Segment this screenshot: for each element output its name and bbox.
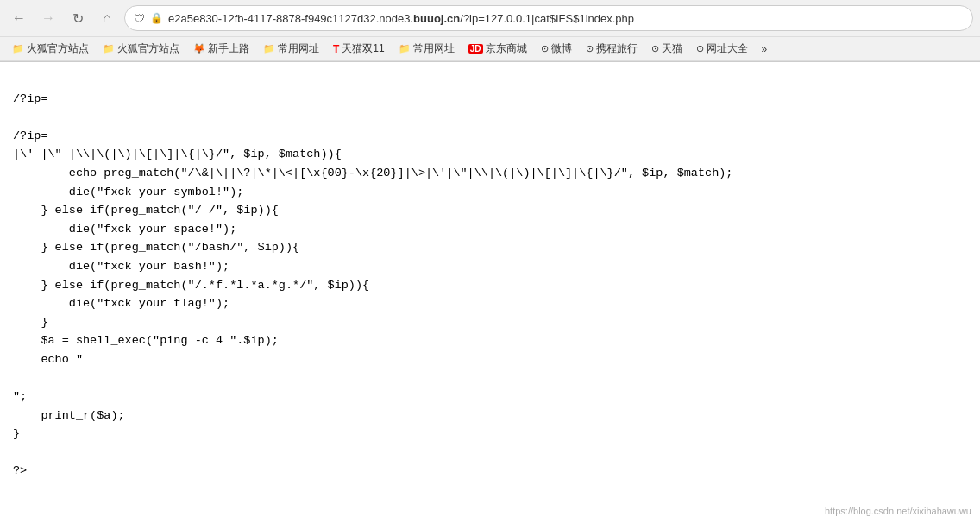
bookmark-firefox-icon: 🦊	[193, 43, 205, 54]
line-13: $a = shell_exec("ping -c 4 ".$ip);	[13, 334, 279, 347]
bookmark-folder-icon: 📁	[263, 43, 275, 54]
bookmark-label: 京东商城	[486, 41, 527, 56]
line-8: } else if(preg_match("/bash/", $ip)){	[13, 241, 299, 254]
bookmark-jd-icon: JD	[468, 44, 483, 54]
page-content: /?ip= /?ip= |\' |\" |\\|\(|\)|\[|\]|\{|\…	[0, 62, 980, 523]
home-button[interactable]: ⌂	[95, 6, 119, 30]
line-7: die("fxck your space!");	[13, 223, 236, 236]
bookmark-item[interactable]: 📁 常用网址	[258, 40, 324, 58]
bookmark-item[interactable]: 📁 火狐官方站点	[7, 40, 94, 58]
bookmark-weibo-icon: ⊙	[541, 43, 549, 54]
bookmark-item[interactable]: JD 京东商城	[463, 40, 532, 58]
bookmark-folder-icon: 📁	[399, 43, 411, 54]
line-11: die("fxck your flag!");	[13, 297, 229, 310]
watermark: https://blog.csdn.net/xixihahawuwu	[825, 506, 971, 516]
bookmark-ctrip-icon: ⊙	[586, 43, 594, 54]
bookmark-item[interactable]: ⊙ 微博	[536, 40, 577, 58]
bookmark-folder-icon: 📁	[12, 43, 24, 54]
bookmark-label: 常用网址	[413, 41, 455, 56]
security-icon: 🛡	[134, 12, 145, 25]
line-17: }	[13, 427, 20, 440]
bookmark-label: 火狐官方站点	[27, 41, 89, 56]
bookmark-label: 天猫双11	[342, 41, 384, 56]
line-10: } else if(preg_match("/.*f.*l.*a.*g.*/",…	[13, 279, 369, 292]
browser-chrome: ← → ↻ ⌂ 🛡 🔒 e2a5e830-12fb-4117-8878-f949…	[0, 0, 980, 62]
line-4: echo preg_match("/\&|\||\?|\*|\<|[\x{00}…	[13, 167, 732, 180]
bookmark-item[interactable]: T 天猫双11	[328, 40, 390, 58]
bookmark-label: 常用网址	[278, 41, 319, 56]
bookmark-label: 火狐官方站点	[117, 41, 179, 56]
bookmark-label: 携程旅行	[596, 41, 638, 56]
bookmark-folder-icon: 📁	[103, 43, 115, 54]
bookmark-tmall2-icon: ⊙	[651, 43, 659, 54]
line-12: }	[13, 316, 48, 329]
line-18: ?>	[13, 464, 27, 477]
line-5: die("fxck your symbol!");	[13, 186, 243, 198]
bookmark-label: 微博	[551, 41, 572, 56]
bookmark-tmall-icon: T	[333, 43, 339, 55]
line-14: echo "	[13, 353, 83, 366]
nav-bar: ← → ↻ ⌂ 🛡 🔒 e2a5e830-12fb-4117-8878-f949…	[0, 0, 980, 37]
line-16: print_r($a);	[13, 409, 125, 422]
bookmark-label: 新手上路	[208, 41, 249, 56]
bookmark-item[interactable]: 🦊 新手上路	[188, 40, 254, 58]
bookmark-label: 天猫	[662, 41, 682, 56]
url-domain: buuoj.cn	[413, 12, 460, 25]
bookmark-more[interactable]: »	[757, 41, 773, 57]
forward-button[interactable]: →	[36, 6, 60, 30]
line-2: /?ip=	[13, 129, 48, 142]
bookmark-item[interactable]: ⊙ 携程旅行	[581, 40, 643, 58]
bookmark-more-icon: »	[762, 43, 768, 55]
bookmark-label: 网址大全	[707, 41, 748, 56]
line-3: |\' |\" |\\|\(|\)|\[|\]|\{|\}/", $ip, $m…	[13, 148, 342, 161]
bookmarks-bar: 📁 火狐官方站点 📁 火狐官方站点 🦊 新手上路 📁 常用网址 T 天猫双11 …	[0, 37, 980, 61]
bookmark-item[interactable]: ⊙ 网址大全	[691, 40, 753, 58]
line-6: } else if(preg_match("/ /", $ip)){	[13, 204, 279, 217]
refresh-button[interactable]: ↻	[66, 6, 90, 30]
bookmark-item[interactable]: ⊙ 天猫	[646, 40, 688, 58]
address-bar[interactable]: 🛡 🔒 e2a5e830-12fb-4117-8878-f949c1127d32…	[124, 5, 973, 31]
bookmark-item[interactable]: 📁 常用网址	[393, 40, 460, 58]
lock-icon: 🔒	[150, 12, 163, 24]
url-text: e2a5e830-12fb-4117-8878-f949c1127d32.nod…	[168, 12, 964, 25]
line-9: die("fxck your bash!");	[13, 260, 229, 273]
bookmark-nav-icon: ⊙	[696, 43, 704, 54]
line-1: /?ip=	[13, 92, 48, 105]
bookmark-item[interactable]: 📁 火狐官方站点	[97, 40, 185, 58]
line-15: ";	[13, 390, 27, 403]
url-prefix: e2a5e830-12fb-4117-8878-f949c1127d32.nod…	[168, 12, 413, 25]
url-suffix: /?ip=127.0.0.1|cat$IFS$1index.php	[460, 12, 634, 25]
back-button[interactable]: ←	[7, 6, 31, 30]
